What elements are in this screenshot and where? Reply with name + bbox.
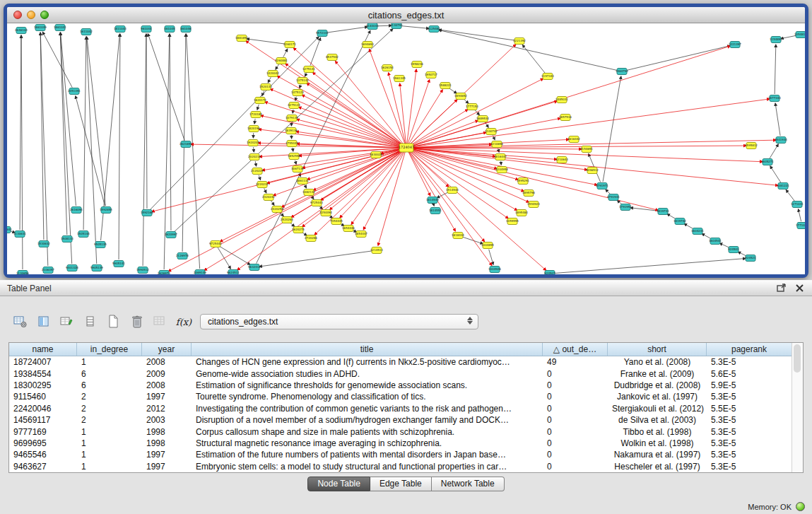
function-builder-button[interactable]: f(x) [175, 313, 193, 331]
table-row[interactable]: 2242004622012Investigating the contribut… [9, 403, 792, 414]
zoom-button[interactable] [40, 11, 49, 19]
graph-edge [501, 161, 502, 165]
table-panel-title: Table Panel [7, 284, 52, 293]
graph-node-label: 1130791 [390, 23, 403, 27]
tab-edge-table[interactable]: Edge Table [370, 477, 432, 491]
import-table-button[interactable] [151, 313, 170, 331]
graph-node-label: 2646104 [15, 28, 28, 32]
tab-node-table[interactable]: Node Table [307, 477, 370, 491]
graph-edge [146, 34, 147, 209]
window-titlebar[interactable]: citations_edges.txt [7, 7, 805, 23]
table-mode-button[interactable] [11, 313, 30, 331]
graph-node-label: 1081221 [777, 184, 789, 187]
graph-node-label: 2520264 [281, 218, 293, 221]
graph-node-label: 1210643 [555, 158, 568, 161]
cell-title: Disruption of a novel member of a sodium… [192, 415, 543, 425]
table-row[interactable]: 977716911998Corpus callosum shape and si… [9, 426, 792, 437]
table-row[interactable]: 969969511998Structural magnetic resonanc… [9, 438, 792, 449]
graph-node-label: 1592166 [141, 211, 153, 214]
create-column-button[interactable] [105, 313, 123, 331]
close-panel-icon[interactable] [794, 283, 805, 293]
graph-edge [434, 204, 435, 206]
scrollbar-thumb[interactable] [794, 344, 801, 373]
graph-edge [340, 151, 404, 218]
close-button[interactable] [13, 11, 22, 19]
column-header-name[interactable]: name [9, 343, 77, 356]
graph-node-label: 1505144 [77, 232, 90, 235]
graph-node-label: 1694652 [454, 94, 467, 98]
minimize-button[interactable] [27, 11, 35, 19]
graph-node-label: 1125481 [428, 27, 440, 30]
cell-title: Genome-wide association studies in ADHD. [192, 369, 543, 379]
vertical-scrollbar[interactable] [792, 343, 803, 472]
cell-name: 9699695 [9, 438, 77, 448]
network-canvas[interactable]: 1724047264610418610491861041161104218110… [7, 23, 805, 274]
graph-node-label: 1154891 [770, 37, 782, 41]
graph-node-label: 1508133 [61, 237, 73, 240]
cell-out_de: 0 [543, 438, 608, 448]
graph-node-label: 8791971 [596, 184, 608, 187]
column-header-short[interactable]: short [608, 343, 707, 356]
network-table-selector[interactable]: citations_edges.txt [200, 314, 478, 329]
attribute-table: namein_degreeyeartitle△ out_de…shortpage… [8, 342, 804, 473]
cell-in_degree: 1 [77, 450, 142, 460]
table-panel: Table Panel [0, 280, 812, 514]
column-header-pagerank[interactable]: pagerank [707, 343, 792, 356]
cell-title: Structural magnetic resonance image aver… [192, 438, 543, 448]
table-row[interactable]: 911546021997Tourette syndrome. Phenomeno… [9, 391, 792, 402]
row-height-button[interactable] [81, 313, 100, 331]
graph-node-label: 1275141 [302, 67, 315, 71]
table-row[interactable]: 946362711997Embryonic stem cells: a mode… [9, 461, 792, 472]
table-row[interactable]: 1830029562008Estimation of significance … [9, 380, 792, 391]
column-header-out_de[interactable]: △ out_de… [543, 343, 608, 356]
graph-node-label: 9624511 [227, 271, 240, 274]
graph-node-label: 1694693 [361, 42, 374, 46]
delete-column-button[interactable] [128, 313, 146, 331]
cell-pagerank: 5.3E-5 [707, 392, 792, 402]
table-row[interactable]: 1456911722003Disruption of a novel membe… [9, 414, 792, 426]
graph-node-label: 1082132 [302, 190, 315, 194]
column-header-year[interactable]: year [142, 343, 192, 356]
cell-out_de: 0 [543, 427, 608, 437]
graph-node-label: 2220231 [256, 182, 269, 186]
cell-year: 2012 [142, 404, 192, 414]
graph-node-label: 2720286 [305, 236, 317, 240]
graph-edge [770, 144, 778, 158]
graph-node-label: 9401328 [66, 266, 78, 269]
graph-node-label: 1214513 [370, 248, 383, 252]
table-row[interactable]: 1872400712008Changes of HCN gene express… [9, 356, 792, 368]
graph-node-label: 1881892 [235, 36, 248, 40]
graph-node-label: 1592855 [100, 208, 112, 211]
cell-title: Embryonic stem cells: a model to study s… [192, 462, 543, 472]
cell-short: Nakamura et al. (1997) [608, 450, 707, 460]
column-header-in_degree[interactable]: in_degree [77, 343, 142, 356]
table-row[interactable]: 1938455462009Genome-wide association stu… [9, 368, 792, 379]
show-columns-button[interactable] [35, 313, 53, 331]
cell-in_degree: 1 [77, 427, 142, 437]
graph-node-label: 1791951 [619, 205, 632, 209]
graph-node-label: 9154691 [580, 147, 593, 151]
graph-node-label: 1861041 [54, 25, 66, 29]
graph-node-label: 1654446 [342, 226, 355, 230]
float-panel-icon[interactable] [776, 283, 787, 293]
column-header-title[interactable]: title [192, 343, 543, 356]
cell-out_de: 0 [543, 462, 608, 472]
graph-edge [254, 147, 254, 152]
edit-columns-button[interactable] [58, 313, 76, 331]
cell-name: 18300295 [9, 380, 77, 390]
cell-short: de Silva et al. (2003) [608, 415, 707, 425]
graph-node-label: 7254494 [319, 211, 332, 214]
graph-node-label: 1271031 [791, 202, 804, 206]
graph-node-label: 1588221 [439, 83, 452, 87]
graph-node-label: 1777153 [466, 105, 478, 108]
graph-edge [329, 151, 403, 210]
graph-node-label: 5905141 [112, 262, 125, 265]
cell-short: Dudbridge et al. (2008) [608, 380, 707, 390]
table-row[interactable]: 946554611997Estimation of the future num… [9, 449, 792, 460]
cell-short: Hescheler et al. (1997) [608, 462, 707, 472]
tab-network-table[interactable]: Network Table [432, 477, 505, 491]
cell-name: 19384554 [9, 369, 77, 379]
cell-out_de: 0 [543, 404, 608, 414]
graph-edge [377, 25, 392, 26]
graph-node-label: 924501 [728, 247, 739, 251]
